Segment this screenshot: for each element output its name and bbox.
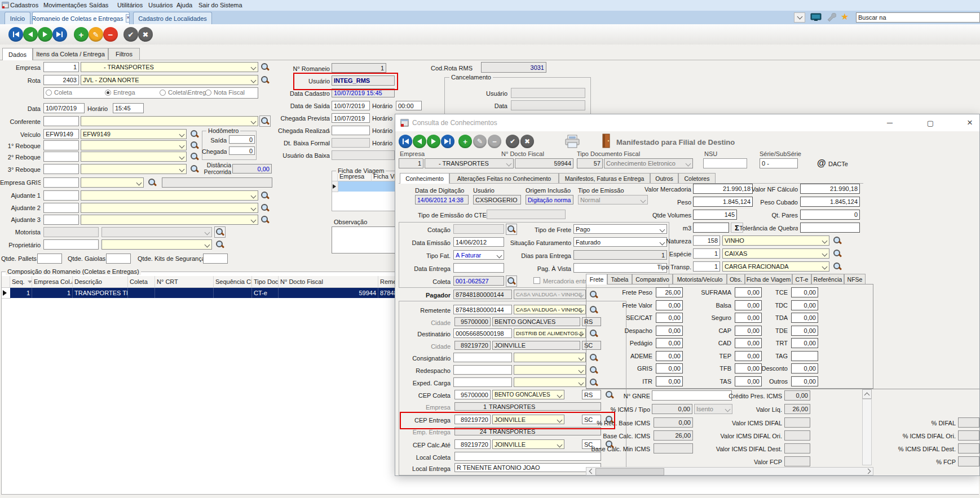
fee-field-frete-valor[interactable]: 0,00 xyxy=(656,300,683,310)
maximize-button[interactable]: ▢ xyxy=(920,115,941,130)
dacte-icon[interactable]: @ xyxy=(817,158,826,168)
tipo-transp-combo[interactable]: CARGA FRACIONADA xyxy=(722,261,829,272)
especie-search-icon[interactable] xyxy=(833,249,842,258)
comp-grid-cell[interactable]: 59944 xyxy=(279,288,378,298)
especie-num-field[interactable]: 1 xyxy=(693,248,720,259)
cancel-button[interactable]: ✖ xyxy=(138,27,153,42)
comp-grid-header-coleta[interactable]: Coleta xyxy=(128,276,155,288)
dlg-next-record-button[interactable] xyxy=(427,135,440,148)
dlg-nsu-field[interactable] xyxy=(703,158,747,168)
chegada-realizada-field[interactable] xyxy=(332,126,370,135)
rota-search-icon[interactable] xyxy=(261,75,270,85)
tipo-transp-search-icon[interactable] xyxy=(833,262,842,271)
fee-field-frete-peso[interactable]: 26,00 xyxy=(656,287,683,297)
reboque3-search-icon[interactable] xyxy=(190,164,199,174)
dialog-title-bar[interactable]: Consulta de Conhecimentos ─ ▢ × xyxy=(395,114,979,131)
cep-calc-cep-field[interactable]: 89219720 xyxy=(454,439,491,449)
ajudante3-combo[interactable] xyxy=(81,215,258,225)
peso-cubado-field[interactable]: 1.845,124 xyxy=(800,197,860,207)
dialog-tab-alteracoes-feitas-no-conhecimento[interactable]: Alterações Feitas no Conhecimento xyxy=(449,173,559,183)
dialog-tab-manifestos-faturas-e-entrega[interactable]: Manifestos, Faturas e Entrega xyxy=(559,173,650,183)
reboque1-num-field[interactable] xyxy=(43,140,79,150)
rota-combo[interactable]: JVL - ZONA NORTE xyxy=(81,75,258,85)
veiculo-search-icon[interactable] xyxy=(190,130,199,139)
window-tab-romaneio-de-coletas-e-entregas[interactable]: Romaneio de Coletas e Entregas× xyxy=(32,12,130,24)
comp-grid-cell[interactable]: TRANSPORTES TRANS xyxy=(73,288,128,298)
motorista-search-icon[interactable] xyxy=(214,226,226,238)
reboque3-num-field[interactable] xyxy=(43,164,79,174)
comp-grid-cell[interactable] xyxy=(214,288,252,298)
qtde-gaiolas-field[interactable] xyxy=(106,254,131,264)
dlg-add-button[interactable]: + xyxy=(458,135,472,148)
redespacho-num-field[interactable] xyxy=(453,365,512,375)
dlg-print-icon[interactable] xyxy=(564,135,580,148)
ajudante1-num-field[interactable] xyxy=(43,190,79,201)
m3-field[interactable] xyxy=(693,223,729,233)
fee-hscrollbar[interactable] xyxy=(586,467,873,475)
confirm-button[interactable]: ✔ xyxy=(123,27,138,42)
comp-grid-header-sequencia-crt[interactable]: Sequência CRT xyxy=(214,276,252,288)
frete-tab-ct-e[interactable]: CT-e xyxy=(792,274,811,284)
icms-scroll-track[interactable] xyxy=(862,399,872,465)
empresa-gris-search-icon[interactable] xyxy=(148,178,157,187)
qtde-kits-field[interactable] xyxy=(203,254,228,264)
window-tab-cadastro-de-localidades[interactable]: Cadastro de Localidades xyxy=(133,12,212,24)
empresa-combo[interactable]: - TRANSPORTES xyxy=(81,62,258,72)
dlg-confirm-button[interactable]: ✔ xyxy=(506,135,519,148)
remetente-num-field[interactable]: 87848180000144 xyxy=(453,305,512,314)
search-input[interactable]: Buscar na xyxy=(856,12,980,23)
hodometro-chegada-field[interactable]: 0 xyxy=(229,146,255,155)
reboque3-combo[interactable] xyxy=(81,164,187,174)
reboque2-search-icon[interactable] xyxy=(190,152,199,161)
comp-grid-cell[interactable]: 1 xyxy=(32,288,73,298)
horario-field[interactable]: 15:45 xyxy=(113,103,144,113)
dlg-cancel-button[interactable]: ✖ xyxy=(520,135,534,148)
qtde-pallets-field[interactable] xyxy=(37,254,62,264)
fee-field-desconto[interactable]: 0,00 xyxy=(791,363,818,374)
fee-field-outros[interactable]: 0,00 xyxy=(791,376,818,386)
fee-field-itr[interactable]: 0,00 xyxy=(656,376,683,386)
local-coleta-field[interactable] xyxy=(454,452,601,461)
proprietario-combo[interactable] xyxy=(101,239,212,250)
add-button[interactable]: + xyxy=(74,27,89,42)
fee-field-despacho[interactable]: 0,00 xyxy=(656,326,683,336)
cep-calc-combo[interactable]: JOINVILLE xyxy=(492,439,564,449)
frete-tab-tabela[interactable]: Tabela xyxy=(607,274,632,284)
natureza-search-icon[interactable] xyxy=(833,236,842,245)
empresa-num-field[interactable]: 1 xyxy=(43,62,79,72)
observacao-field[interactable] xyxy=(332,226,396,254)
data-saida-field[interactable]: 10/07/2019 xyxy=(332,101,370,110)
fee-field-trt[interactable]: 0,00 xyxy=(791,338,818,348)
frete-tab-comparativo[interactable]: Comparativo xyxy=(632,274,673,284)
minimize-button[interactable]: ─ xyxy=(879,115,900,130)
frete-tab-referencia[interactable]: Referência xyxy=(811,274,844,284)
empresa-search-icon[interactable] xyxy=(261,63,270,72)
menu-item-utilitarios[interactable]: Utilitários xyxy=(117,2,143,8)
romaneio-tab-dados[interactable]: Dados xyxy=(2,48,33,60)
romaneio-tab-itens-da-coleta-entrega[interactable]: Itens da Coleta / Entrega xyxy=(33,48,108,60)
comp-grid-cell[interactable]: 1 xyxy=(10,288,32,298)
comp-grid-header-seq[interactable]: Seq. xyxy=(10,276,32,288)
fee-field-sec-cat[interactable]: 0,00 xyxy=(656,313,683,323)
icms-scroll-up-button[interactable] xyxy=(862,389,872,399)
close-button[interactable]: × xyxy=(959,115,980,130)
especie-combo[interactable]: CAIXAS xyxy=(722,248,829,259)
filter-icon[interactable] xyxy=(28,281,32,283)
cep-entrega-cep-field[interactable]: 89219720 xyxy=(454,415,491,424)
consignatario-combo[interactable] xyxy=(514,353,586,362)
ficha-grid-selected-row[interactable] xyxy=(338,181,396,192)
dlg-first-record-button[interactable] xyxy=(399,135,412,148)
dlg-previous-record-button[interactable] xyxy=(413,135,426,148)
fee-field-gris[interactable]: 0,00 xyxy=(656,363,683,374)
ajudante3-num-field[interactable] xyxy=(43,215,79,225)
window-tab-inicio[interactable]: Início xyxy=(5,12,30,24)
fee-field-ademe[interactable]: 0,00 xyxy=(656,351,683,361)
menu-item-usuarios[interactable]: Usuários xyxy=(148,2,173,8)
radio-nota-fiscal[interactable] xyxy=(205,90,211,96)
proprietario-num-field[interactable] xyxy=(43,239,99,250)
veiculo-num-field[interactable]: EFW9149 xyxy=(43,129,79,139)
fee-field-tda[interactable]: 0,00 xyxy=(791,313,818,323)
dialog-tab-outros[interactable]: Outros xyxy=(650,173,678,183)
valor-nf-field[interactable]: 21.990,18 xyxy=(800,184,860,194)
comp-grid-header-descricao[interactable]: Descrição xyxy=(73,276,128,288)
